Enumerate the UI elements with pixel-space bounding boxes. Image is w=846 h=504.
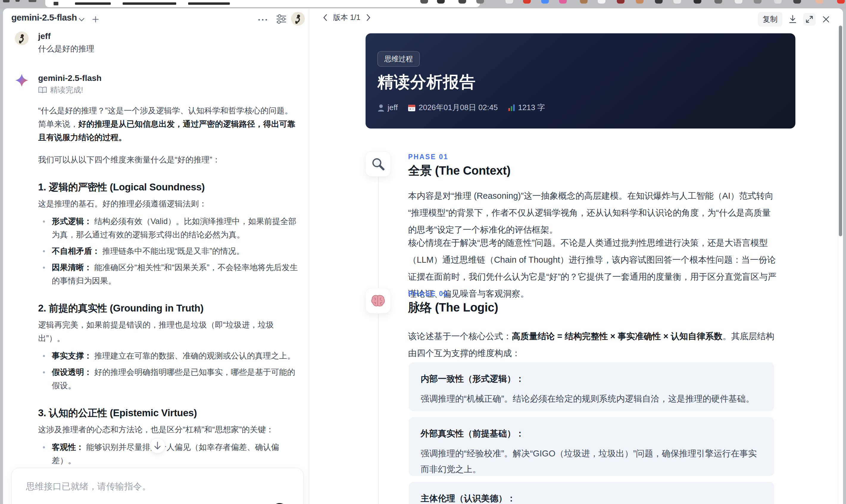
scrollbar-track [838,29,838,504]
tab-title-fragment [188,2,230,5]
browser-extension-icon[interactable] [437,0,445,4]
list-item: 形式逻辑： 结构必须有效（Valid）。比如演绎推理中，如果前提全部为真，那么通… [38,215,300,241]
phase-2-title: 脉络 (The Logic) [408,299,498,316]
browser-extension-icon[interactable] [420,0,428,4]
browser-extension-icon[interactable] [617,0,624,4]
timeline-connector [378,314,378,504]
download-icon[interactable] [787,13,799,25]
app-window: gemini-2.5-flash [3,8,843,504]
timeline-connector [378,176,378,289]
phase-1-label: PHASE 01 [408,153,448,161]
browser-extension-icon[interactable] [693,0,701,4]
model-selector[interactable]: gemini-2.5-flash [11,13,77,23]
browser-extension-icon[interactable] [636,0,644,4]
browser-extension-icon[interactable] [523,0,531,4]
assistant-status-text: 精读完成! [50,85,83,95]
browser-extension-icon[interactable] [673,0,681,4]
section-3-title: 3. 认知的公正性 (Epistemic Virtues) [38,406,300,419]
assistant-name: gemini-2.5-flash [38,72,300,84]
list-item: 事实支撑： 推理建立在可靠的数据、准确的观测或公认的真理之上。 [38,349,300,363]
report-word-count: 1213 字 [508,102,545,113]
browser-extension-icon[interactable] [774,0,782,4]
browser-extension-icon[interactable] [715,0,722,4]
user-message-text: 什么是好的推理 [38,42,300,56]
magnifier-icon [371,157,385,171]
dimension-card-body: 强调推理的“机械正确”。结论必须在给定的规则系统内逻辑自洽，这是推理的硬件基础。 [421,391,762,407]
list-item: 不自相矛盾： 推理链条中不能出现“既是又非”的情况。 [38,245,300,258]
dimension-card: 内部一致性（形式逻辑）： 强调推理的“机械正确”。结论必须在给定的规则系统内逻辑… [409,362,774,411]
dimension-card: 外部真实性（前提基础）： 强调推理的“经验校准”。解决“GIGO（垃圾进，垃圾出… [409,417,774,476]
phase-1-icon-card [365,151,391,177]
phase-1-title: 全景 (The Context) [408,162,511,179]
dimension-card-title: 内部一致性（形式逻辑）： [421,373,762,385]
composer-input[interactable]: 思维接口已就绪，请传输指令。 [26,481,151,493]
browser-extension-icon[interactable] [559,0,567,4]
report-meta: jeff 2026年01月08日 02:45 1213 字 [377,102,545,113]
browser-chrome-strip [0,0,846,8]
more-options-button[interactable] [256,17,269,23]
browser-extension-icon[interactable] [655,0,663,4]
section-2-desc: 逻辑再完美，如果前提是错误的，推理也是垃圾（即“垃圾进，垃圾出”）。 [38,318,300,345]
copy-button[interactable]: 复制 [758,12,782,26]
scroll-to-bottom-button[interactable] [150,438,165,453]
assistant-lead: 我们可以从以下四个维度来衡量什么是“好的推理”： [38,153,300,167]
browser-extension-icon[interactable] [793,0,801,4]
scrollbar-thumb[interactable] [839,25,842,236]
phase-2-icon-card [365,288,391,313]
browser-extension-icon[interactable] [754,0,761,4]
user-name: jeff [38,30,300,42]
chevron-down-icon[interactable] [78,17,85,22]
report-badge: 思维过程 [377,51,420,67]
report-scroll-area[interactable]: 思维过程 精读分析报告 jeff 2026年01月08日 02:45 1213 … [309,27,838,504]
artifact-panel: 版本 1/1 复制 思维过程 [309,8,843,504]
browser-extension-icon[interactable] [735,0,742,4]
browser-tab[interactable] [45,0,480,7]
browser-extension-icon[interactable] [476,0,484,4]
close-icon[interactable] [820,13,832,25]
new-chat-button[interactable] [91,15,100,24]
user-avatar [15,32,29,45]
version-prev-icon[interactable] [321,14,329,21]
list-item: 假设透明： 好的推理会明确指明哪些是已知事实，哪些是基于可能的假设。 [38,366,300,392]
browser-extension-icon[interactable] [506,0,513,4]
person-icon [377,104,385,112]
section-2-list: 事实支撑： 推理建立在可靠的数据、准确的观测或公认的真理之上。 假设透明： 好的… [38,349,300,392]
dimension-card-title: 外部真实性（前提基础）： [421,428,762,440]
tab-grid-icon [29,0,36,2]
report-title: 精读分析报告 [377,71,476,93]
dimension-card: 主体伦理（认识美德）： 转向推理者的心理特征。引入奥卡姆剃刀和反向论证，旨在克服… [409,482,774,504]
browser-extension-icon[interactable] [598,0,605,4]
section-1-title: 1. 逻辑的严密性 (Logical Soundness) [38,180,300,194]
section-2-title: 2. 前提的真实性 (Grounding in Truth) [38,301,300,315]
browser-extension-icon[interactable] [541,0,549,4]
tab-favicon-fragment [54,2,58,5]
version-label: 版本 1/1 [333,13,360,22]
section-1-list: 形式逻辑： 结构必须有效（Valid）。比如演绎推理中，如果前提全部为真，那么通… [38,215,300,288]
browser-extension-icon[interactable] [816,0,823,4]
list-item: 因果清晰： 能准确区分“相关性”和“因果关系”，不会轻率地将先后发生的事情归为因… [38,261,300,288]
bar-chart-icon [508,104,515,112]
list-item: 客观性： 能够识别并尽量排除个人偏见（如幸存者偏差、确认偏差）。 [38,440,300,467]
report-author: jeff [377,103,398,112]
assistant-intro: “什么是好的推理？”这是一个涉及逻辑学、认知科学和哲学核心的问题。简单来说，好的… [38,104,300,144]
phase-1-paragraph: 本内容是对“推理 (Reasoning)”这一抽象概念的高层建模。在知识爆炸与人… [408,187,777,238]
tab-title-fragment [75,2,111,5]
user-message: jeff 什么是好的推理 [3,30,309,56]
chat-scroll-area[interactable]: jeff 什么是好的推理 [3,28,309,504]
expand-icon[interactable] [803,13,816,25]
browser-extension-icon[interactable] [580,0,588,4]
browser-extension-icon[interactable] [458,0,466,4]
browser-icon-fragment [3,0,10,2]
dimension-card-title: 主体伦理（认识美德）： [421,493,762,504]
version-next-icon[interactable] [365,14,372,21]
gemini-star-icon [15,73,38,87]
model-settings-icon[interactable] [275,14,287,24]
report-hero-card: 思维过程 精读分析报告 jeff 2026年01月08日 02:45 1213 … [366,33,795,128]
browser-extension-icon[interactable] [837,0,845,4]
chat-panel: gemini-2.5-flash [3,8,309,504]
artifact-toolbar: 版本 1/1 复制 [309,8,843,27]
open-book-icon [38,87,47,94]
tab-title-fragment [123,2,176,5]
user-avatar[interactable] [291,12,305,25]
chat-header: gemini-2.5-flash [3,8,309,28]
